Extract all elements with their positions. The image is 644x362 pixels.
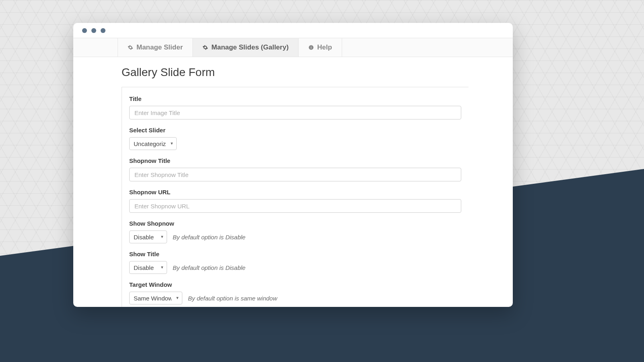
gear-icon (202, 45, 208, 50)
tab-label: Help (317, 43, 332, 51)
title-input[interactable] (129, 106, 461, 119)
tab-label: Manage Slider (136, 43, 183, 51)
field-shopnow-url: Shopnow URL (129, 189, 461, 213)
select-slider-dropdown[interactable]: Uncategorized (129, 137, 177, 150)
svg-point-2 (311, 46, 311, 46)
window-control-close[interactable] (82, 28, 87, 33)
select-slider-label: Select Slider (129, 127, 461, 134)
shopnow-url-label: Shopnow URL (129, 189, 461, 195)
show-shopnow-hint: By default option is Disable (173, 234, 246, 241)
field-target-window: Target Window Same Window By default opt… (129, 281, 461, 304)
window-control-minimize[interactable] (91, 28, 96, 33)
tab-manage-slides-gallery[interactable]: Manage Slides (Gallery) (193, 38, 299, 57)
page-title: Gallery Slide Form (122, 66, 469, 79)
field-show-title: Show Title Disable By default option is … (129, 251, 461, 274)
content-area: Gallery Slide Form Title Select Slider U… (73, 57, 513, 307)
tab-help[interactable]: Help (299, 38, 342, 57)
show-title-dropdown[interactable]: Disable (129, 261, 167, 274)
target-window-dropdown[interactable]: Same Window (129, 292, 182, 304)
info-icon (308, 45, 314, 50)
window-title-bar (73, 23, 513, 38)
shopnow-url-input[interactable] (129, 199, 461, 213)
target-window-label: Target Window (129, 281, 461, 288)
tab-manage-slider[interactable]: Manage Slider (118, 38, 193, 57)
field-show-shopnow: Show Shopnow Disable By default option i… (129, 220, 461, 243)
gear-icon (128, 45, 133, 50)
window-control-zoom[interactable] (101, 28, 105, 33)
svg-rect-1 (311, 47, 311, 49)
tab-bar: Manage Slider Manage Slides (Gallery) He… (73, 38, 513, 57)
show-title-hint: By default option is Disable (173, 264, 246, 271)
app-window: Manage Slider Manage Slides (Gallery) He… (73, 23, 513, 307)
title-label: Title (129, 95, 461, 102)
tab-label: Manage Slides (Gallery) (211, 43, 289, 51)
shopnow-title-label: Shopnow Title (129, 157, 461, 164)
field-title: Title (129, 95, 461, 119)
show-shopnow-dropdown[interactable]: Disable (129, 230, 167, 243)
target-window-hint: By default option is same window (188, 295, 277, 302)
field-select-slider: Select Slider Uncategorized (129, 127, 461, 150)
field-shopnow-title: Shopnow Title (129, 157, 461, 181)
form-container: Title Select Slider Uncategorized Shopno… (122, 87, 469, 307)
show-title-label: Show Title (129, 251, 461, 257)
show-shopnow-label: Show Shopnow (129, 220, 461, 227)
shopnow-title-input[interactable] (129, 168, 461, 181)
